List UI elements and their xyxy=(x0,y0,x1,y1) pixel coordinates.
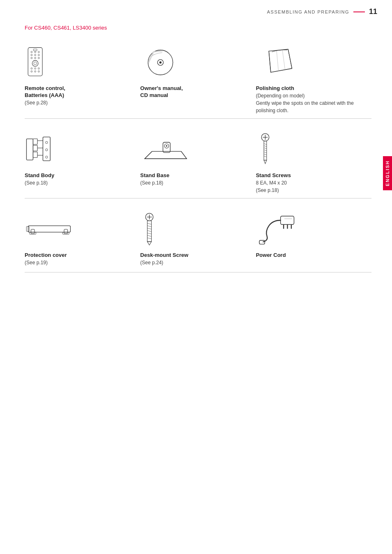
svg-line-45 xyxy=(264,154,267,155)
side-tab-label: ENGLISH xyxy=(385,160,390,186)
svg-point-35 xyxy=(166,145,168,147)
svg-rect-68 xyxy=(259,240,265,244)
svg-rect-18 xyxy=(33,49,37,51)
svg-rect-24 xyxy=(33,145,37,150)
svg-point-13 xyxy=(35,68,36,69)
svg-line-42 xyxy=(264,148,267,149)
desk-mount-screw-name: Desk-mount Screw xyxy=(140,252,249,258)
remote-control-name2: Batteries (AAA) xyxy=(25,92,134,98)
svg-line-46 xyxy=(264,156,267,157)
stand-screws-image xyxy=(256,131,365,168)
protection-cover-name: Protection cover xyxy=(25,252,134,258)
main-content: For CS460, CS461, LS3400 series xyxy=(0,0,392,293)
svg-rect-48 xyxy=(31,229,35,233)
svg-line-43 xyxy=(264,150,267,151)
item-stand-screws: Stand Screws 8 EA, M4 x 20(See p.18) xyxy=(256,127,371,199)
item-polishing-cloth: Polishing cloth (Depending on model)Gent… xyxy=(256,40,371,119)
power-cord-image xyxy=(256,211,365,248)
svg-line-63 xyxy=(148,238,152,239)
svg-line-59 xyxy=(148,228,152,229)
svg-rect-50 xyxy=(64,229,68,233)
protection-cover-image xyxy=(25,211,134,248)
item-cd-manual: Owner's manual, CD manual xyxy=(140,40,256,119)
stand-screws-sub: 8 EA, M4 x 20(See p.18) xyxy=(256,179,365,194)
items-row-2: Stand Body (See p.18) xyxy=(25,127,371,199)
svg-rect-56 xyxy=(148,221,152,242)
item-stand-base: Stand Base (See p.18) xyxy=(140,127,256,199)
svg-point-17 xyxy=(38,71,40,72)
remote-control-sub: (See p.28) xyxy=(25,99,134,106)
item-remote-control: Remote control, Batteries (AAA) (See p.2… xyxy=(25,40,140,119)
items-row-1: Remote control, Batteries (AAA) (See p.2… xyxy=(25,40,371,119)
cd-image xyxy=(140,44,249,81)
svg-point-30 xyxy=(46,141,48,143)
svg-rect-64 xyxy=(280,216,294,224)
svg-line-60 xyxy=(148,231,152,232)
svg-rect-25 xyxy=(33,152,37,157)
svg-point-5 xyxy=(35,54,36,56)
section-label: ASSEMBLING AND PREPARING xyxy=(267,9,349,14)
remote-control-name: Remote control, xyxy=(25,85,134,91)
stand-screws-name: Stand Screws xyxy=(256,172,365,178)
cd-manual-name: CD manual xyxy=(140,92,249,98)
item-protection-cover: Protection cover (See p.19) xyxy=(25,207,140,272)
svg-rect-23 xyxy=(33,138,37,144)
stand-base-sub: (See p.18) xyxy=(140,179,249,187)
svg-line-57 xyxy=(148,223,152,224)
svg-point-31 xyxy=(46,148,48,150)
svg-point-32 xyxy=(46,156,48,158)
header-line xyxy=(353,12,365,12)
svg-point-6 xyxy=(38,54,40,56)
svg-line-44 xyxy=(264,152,267,153)
item-stand-body: Stand Body (See p.18) xyxy=(25,127,140,199)
svg-rect-22 xyxy=(26,138,33,160)
item-desk-mount-screw: Desk-mount Screw (See p.24) xyxy=(140,207,256,272)
svg-point-3 xyxy=(38,51,40,53)
polishing-cloth-sub: (Depending on model)Gently wipe the spot… xyxy=(256,92,365,114)
svg-rect-0 xyxy=(28,48,42,76)
remote-control-image xyxy=(25,44,134,81)
svg-rect-51 xyxy=(63,232,69,234)
stand-base-name: Stand Base xyxy=(140,172,249,178)
svg-point-4 xyxy=(31,54,32,56)
svg-rect-49 xyxy=(30,232,36,234)
svg-line-41 xyxy=(264,145,267,147)
svg-line-40 xyxy=(264,143,267,145)
svg-point-2 xyxy=(35,51,36,53)
desk-mount-screw-sub: (See p.24) xyxy=(140,259,249,266)
page-number: 11 xyxy=(369,7,377,16)
side-tab: ENGLISH xyxy=(383,156,392,190)
owners-manual-name: Owner's manual, xyxy=(140,85,249,91)
svg-point-1 xyxy=(31,51,32,53)
item-power-cord: Power Cord xyxy=(256,207,371,272)
stand-body-sub: (See p.18) xyxy=(25,179,134,187)
svg-point-11 xyxy=(34,62,37,65)
stand-body-name: Stand Body xyxy=(25,172,134,178)
svg-point-8 xyxy=(35,57,36,59)
polishing-cloth-name: Polishing cloth xyxy=(256,85,365,91)
protection-cover-sub: (See p.19) xyxy=(25,259,134,266)
svg-point-21 xyxy=(159,61,161,63)
power-cord-name: Power Cord xyxy=(256,252,365,258)
svg-point-15 xyxy=(31,71,32,72)
section-title: For CS460, CS461, LS3400 series xyxy=(25,25,371,31)
svg-point-12 xyxy=(31,68,32,69)
items-row-3: Protection cover (See p.19) xyxy=(25,207,371,272)
svg-point-16 xyxy=(35,71,36,72)
stand-base-image xyxy=(140,131,249,168)
svg-point-9 xyxy=(38,57,40,59)
svg-point-7 xyxy=(31,57,32,59)
svg-point-14 xyxy=(38,68,40,69)
cloth-image xyxy=(256,44,365,81)
svg-rect-52 xyxy=(26,226,29,231)
svg-line-58 xyxy=(148,226,152,227)
svg-point-10 xyxy=(32,60,38,67)
desk-screw-image xyxy=(140,211,249,248)
stand-body-image xyxy=(25,131,134,168)
svg-line-62 xyxy=(148,235,152,237)
page-header: ASSEMBLING AND PREPARING 11 xyxy=(267,7,377,16)
svg-line-61 xyxy=(148,233,152,234)
